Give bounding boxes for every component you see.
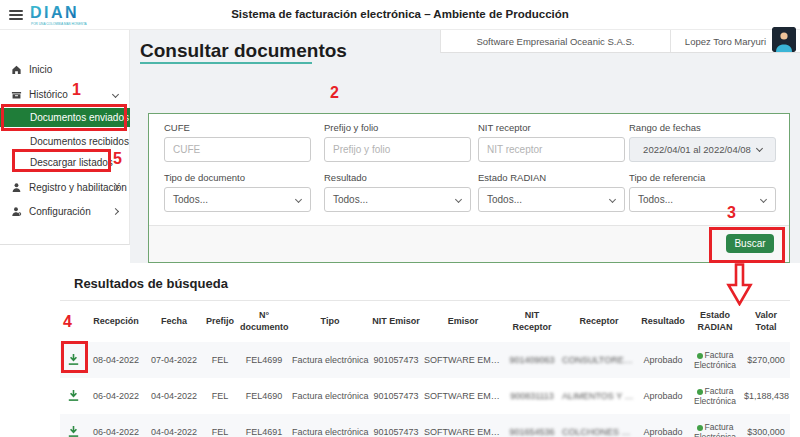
prefijo-folio-input[interactable] xyxy=(324,137,471,162)
col-tipo: Tipo xyxy=(290,301,370,342)
table-row: 06-04-2022 04-04-2022 FEL FEL4690 Factur… xyxy=(60,378,790,414)
cell-recepcion: 06-04-2022 xyxy=(86,378,146,414)
cell-nit-emisor: 901057473 xyxy=(370,342,422,378)
status-dot-icon xyxy=(697,425,703,431)
tipo-referencia-label: Tipo de referencia xyxy=(629,172,776,183)
page-title-underline xyxy=(140,62,312,64)
sidebar-item-registro-habilitacion[interactable]: Registro y habilitación xyxy=(0,177,130,197)
sidebar: Inicio Histórico Documentos enviados Doc… xyxy=(0,30,130,245)
cell-receptor: ALIMENTOS Y BEBIDAS ... xyxy=(560,378,638,414)
filter-card-footer: Buscar xyxy=(149,225,789,262)
chevron-right-icon xyxy=(112,207,119,214)
cell-valor-total: $300,000 xyxy=(742,414,790,437)
sidebar-item-documentos-recibidos[interactable]: Documentos recibidos xyxy=(0,131,130,151)
nit-receptor-label: NIT receptor xyxy=(478,122,625,133)
estado-radian-value: Todos... xyxy=(487,194,522,205)
col-estado-radian: Estado RADIAN xyxy=(688,301,742,342)
status-dot-icon xyxy=(697,353,703,359)
tipo-documento-value: Todos... xyxy=(173,194,208,205)
cell-valor-total: $270,000 xyxy=(742,342,790,378)
page-title: Consultar documentos xyxy=(140,40,347,62)
cell-emisor: SOFTWARE EMPRESARI... xyxy=(422,378,504,414)
col-n-documento: N° documento xyxy=(238,301,290,342)
cell-documento: FEL4699 xyxy=(238,342,290,378)
cell-resultado: Aprobado xyxy=(638,414,688,437)
user-bar: Software Empresarial Oceanic S.A.S. Lope… xyxy=(440,30,800,53)
company-name[interactable]: Software Empresarial Oceanic S.A.S. xyxy=(441,30,671,52)
download-icon[interactable] xyxy=(65,424,81,437)
sidebar-item-inicio[interactable]: Inicio xyxy=(0,59,130,79)
col-prefijo: Prefijo xyxy=(202,301,238,342)
sidebar-item-label: Configuración xyxy=(29,206,91,217)
cell-estado-radian: Factura Electrónica xyxy=(688,378,742,414)
cell-documento: FEL4690 xyxy=(238,378,290,414)
cell-estado-radian: Factura Electrónica xyxy=(688,414,742,437)
sidebar-item-label: Documentos recibidos xyxy=(30,136,129,147)
cell-documento: FEL4691 xyxy=(238,414,290,437)
person-gear-icon xyxy=(10,205,22,217)
chevron-down-icon xyxy=(295,196,302,203)
tipo-referencia-value: Todos... xyxy=(638,194,673,205)
cell-emisor: SOFTWARE EMPRESARI... xyxy=(422,414,504,437)
cell-valor-total: $1,188,438 xyxy=(742,378,790,414)
cell-nit-receptor: 900831113 xyxy=(504,378,560,414)
cell-fecha: 07-04-2022 xyxy=(146,342,202,378)
person-icon xyxy=(10,181,22,193)
chevron-down-icon xyxy=(112,90,119,97)
cell-emisor: SOFTWARE EMPRESARI... xyxy=(422,342,504,378)
results-heading: Resultados de búsqueda xyxy=(74,276,228,291)
cell-nit-receptor: 901654536 xyxy=(504,414,560,437)
cell-tipo: Factura electrónica xyxy=(290,378,370,414)
avatar[interactable] xyxy=(772,27,796,52)
download-icon[interactable] xyxy=(65,352,81,368)
cell-prefijo: FEL xyxy=(202,414,238,437)
chevron-down-icon xyxy=(756,144,763,151)
rango-fechas-picker[interactable]: 2022/04/01 al 2022/04/08 xyxy=(629,137,776,162)
buscar-button[interactable]: Buscar xyxy=(726,234,774,253)
table-row: 06-04-2022 04-04-2022 FEL FEL4691 Factur… xyxy=(60,414,790,437)
col-receptor: Receptor xyxy=(560,301,638,342)
rango-fechas-value: 2022/04/01 al 2022/04/08 xyxy=(643,144,751,155)
prefijo-folio-label: Prefijo y folio xyxy=(324,122,471,133)
sidebar-item-historico[interactable]: Histórico xyxy=(0,84,130,104)
sidebar-item-documentos-enviados[interactable]: Documentos enviados xyxy=(0,108,130,127)
download-icon[interactable] xyxy=(65,388,81,404)
status-dot-icon xyxy=(697,389,703,395)
col-valor-total: Valor Total xyxy=(742,301,790,342)
cell-estado-radian: Factura Electrónica xyxy=(688,342,742,378)
nit-receptor-input[interactable] xyxy=(478,137,625,162)
sidebar-item-label: Inicio xyxy=(29,64,52,75)
tipo-referencia-select[interactable]: Todos... xyxy=(629,187,776,212)
col-recepcion: Recepción xyxy=(86,301,146,342)
filter-card: CUFE Prefijo y folio NIT receptor Rango … xyxy=(148,113,790,263)
col-resultado: Resultado xyxy=(638,301,688,342)
sidebar-item-configuracion[interactable]: Configuración xyxy=(0,201,130,221)
cell-prefijo: FEL xyxy=(202,342,238,378)
top-header: DIAN POR UNA COLOMBIA MÁS HONESTA Sistem… xyxy=(0,0,800,30)
cell-tipo: Factura electrónica xyxy=(290,414,370,437)
cell-fecha: 04-04-2022 xyxy=(146,414,202,437)
resultado-select[interactable]: Todos... xyxy=(324,187,471,212)
cell-nit-receptor: 901409063 xyxy=(504,342,560,378)
sidebar-item-label: Descargar listados xyxy=(30,157,113,168)
sidebar-item-descargar-listados[interactable]: Descargar listados xyxy=(0,152,130,172)
resultado-label: Resultado xyxy=(324,172,471,183)
cufe-input[interactable] xyxy=(164,137,311,162)
cufe-label: CUFE xyxy=(164,122,311,133)
results-table: Recepción Fecha Prefijo N° documento Tip… xyxy=(60,301,790,437)
estado-radian-select[interactable]: Todos... xyxy=(478,187,625,212)
col-download xyxy=(60,301,86,342)
sidebar-item-label: Histórico xyxy=(29,89,68,100)
table-row: 08-04-2022 07-04-2022 FEL FEL4699 Factur… xyxy=(60,342,790,378)
tipo-documento-select[interactable]: Todos... xyxy=(164,187,311,212)
cell-receptor: CONSULTORES DE PE... xyxy=(560,342,638,378)
estado-radian-label: Estado RADIAN xyxy=(478,172,625,183)
resultado-value: Todos... xyxy=(333,194,368,205)
app-title: Sistema de facturación electrónica – Amb… xyxy=(0,8,800,20)
col-nit-emisor: NIT Emisor xyxy=(370,301,422,342)
chevron-down-icon xyxy=(609,196,616,203)
cell-resultado: Aprobado xyxy=(638,342,688,378)
cell-nit-emisor: 901057473 xyxy=(370,414,422,437)
col-fecha: Fecha xyxy=(146,301,202,342)
col-nit-receptor: NIT Receptor xyxy=(504,301,560,342)
